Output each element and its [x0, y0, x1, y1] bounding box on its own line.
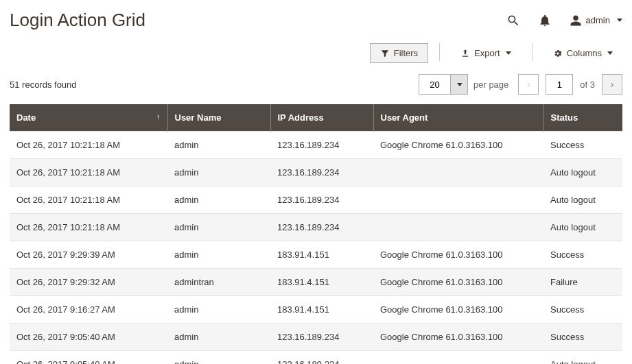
column-header-date[interactable]: Date ↑: [10, 104, 167, 132]
cell-status: Auto logout: [543, 186, 622, 214]
page-input[interactable]: [546, 74, 573, 95]
gear-icon: [553, 49, 563, 58]
cell-date: Oct 26, 2017 9:05:40 AM: [10, 351, 167, 365]
records-found: 51 records found: [10, 80, 77, 90]
sort-asc-icon: ↑: [156, 112, 161, 121]
columns-label: Columns: [567, 48, 602, 58]
cell-status: Success: [543, 296, 622, 324]
chevron-down-icon: [617, 19, 622, 22]
divider: [532, 43, 532, 61]
cell-status: Auto logout: [543, 159, 622, 186]
per-page-label: per page: [473, 80, 508, 90]
chevron-down-icon: [457, 83, 463, 86]
column-header-useragent[interactable]: User Agent: [373, 104, 543, 132]
cell-ip: 123.16.189.234: [270, 214, 373, 241]
table-row[interactable]: Oct 26, 2017 9:29:39 AMadmin183.91.4.151…: [10, 241, 622, 269]
cell-agent: [373, 159, 543, 186]
cell-agent: Google Chrome 61.0.3163.100: [373, 132, 543, 159]
cell-date: Oct 26, 2017 10:21:18 AM: [10, 132, 167, 159]
cell-status: Success: [543, 132, 622, 159]
columns-button[interactable]: Columns: [543, 43, 622, 63]
cell-ip: 183.91.4.151: [270, 296, 373, 324]
cell-ip: 183.91.4.151: [270, 269, 373, 296]
cell-date: Oct 26, 2017 9:29:32 AM: [10, 269, 167, 296]
cell-agent: Google Chrome 61.0.3163.100: [373, 296, 543, 324]
per-page-dropdown[interactable]: [450, 74, 468, 95]
chevron-down-icon: [506, 51, 511, 55]
column-header-username[interactable]: User Name: [167, 104, 270, 132]
table-row[interactable]: Oct 26, 2017 9:05:40 AMadmin123.16.189.2…: [10, 351, 622, 365]
page-title: Login Action Grid: [10, 10, 145, 31]
cell-user: admin: [167, 351, 270, 365]
cell-agent: Google Chrome 61.0.3163.100: [373, 324, 543, 351]
divider: [439, 43, 440, 61]
cell-date: Oct 26, 2017 9:29:39 AM: [10, 241, 167, 269]
table-row[interactable]: Oct 26, 2017 9:29:32 AMadmintran183.91.4…: [10, 269, 622, 296]
cell-ip: 123.16.189.234: [270, 159, 373, 186]
cell-user: admintran: [167, 269, 270, 296]
cell-agent: Google Chrome 61.0.3163.100: [373, 269, 543, 296]
cell-user: admin: [167, 241, 270, 269]
cell-ip: 123.16.189.234: [270, 351, 373, 365]
cell-date: Oct 26, 2017 9:16:27 AM: [10, 296, 167, 324]
table-row[interactable]: Oct 26, 2017 10:21:18 AMadmin123.16.189.…: [10, 186, 622, 214]
login-grid-table: Date ↑ User Name IP Address User Agent S…: [10, 104, 622, 364]
column-header-status[interactable]: Status: [543, 104, 622, 132]
chevron-down-icon: [607, 51, 613, 55]
filters-button[interactable]: Filters: [370, 43, 428, 63]
user-menu[interactable]: admin: [570, 14, 622, 27]
cell-ip: 183.91.4.151: [270, 241, 373, 269]
cell-date: Oct 26, 2017 10:21:18 AM: [10, 186, 167, 214]
export-icon: [460, 49, 470, 58]
table-row[interactable]: Oct 26, 2017 9:05:40 AMadmin123.16.189.2…: [10, 324, 622, 351]
cell-agent: [373, 186, 543, 214]
page-of-label: of 3: [580, 80, 595, 90]
cell-date: Oct 26, 2017 9:05:40 AM: [10, 324, 167, 351]
funnel-icon: [380, 49, 390, 58]
cell-agent: Google Chrome 61.0.3163.100: [373, 241, 543, 269]
export-label: Export: [474, 48, 500, 58]
cell-user: admin: [167, 214, 270, 241]
cell-user: admin: [167, 186, 270, 214]
prev-page-button[interactable]: ‹: [518, 74, 539, 95]
cell-status: Auto logout: [543, 214, 622, 241]
table-row[interactable]: Oct 26, 2017 10:21:18 AMadmin123.16.189.…: [10, 132, 622, 159]
cell-date: Oct 26, 2017 10:21:18 AM: [10, 159, 167, 186]
column-header-ip[interactable]: IP Address: [270, 104, 373, 132]
cell-agent: [373, 351, 543, 365]
cell-agent: [373, 214, 543, 241]
export-button[interactable]: Export: [451, 43, 521, 63]
cell-user: admin: [167, 296, 270, 324]
cell-user: admin: [167, 132, 270, 159]
notifications-icon[interactable]: [538, 14, 552, 27]
cell-status: Success: [543, 324, 622, 351]
cell-status: Auto logout: [543, 351, 622, 365]
table-row[interactable]: Oct 26, 2017 10:21:18 AMadmin123.16.189.…: [10, 214, 622, 241]
search-icon[interactable]: [506, 14, 520, 27]
filters-label: Filters: [394, 48, 418, 58]
cell-status: Success: [543, 241, 622, 269]
next-page-button[interactable]: ›: [602, 74, 622, 95]
user-icon: [570, 14, 582, 27]
cell-date: Oct 26, 2017 10:21:18 AM: [10, 214, 167, 241]
username-label: admin: [586, 15, 610, 25]
cell-status: Failure: [543, 269, 622, 296]
per-page-input[interactable]: [419, 74, 450, 95]
table-row[interactable]: Oct 26, 2017 9:16:27 AMadmin183.91.4.151…: [10, 296, 622, 324]
cell-ip: 123.16.189.234: [270, 186, 373, 214]
cell-user: admin: [167, 324, 270, 351]
cell-user: admin: [167, 159, 270, 186]
cell-ip: 123.16.189.234: [270, 324, 373, 351]
table-row[interactable]: Oct 26, 2017 10:21:18 AMadmin123.16.189.…: [10, 159, 622, 186]
cell-ip: 123.16.189.234: [270, 132, 373, 159]
